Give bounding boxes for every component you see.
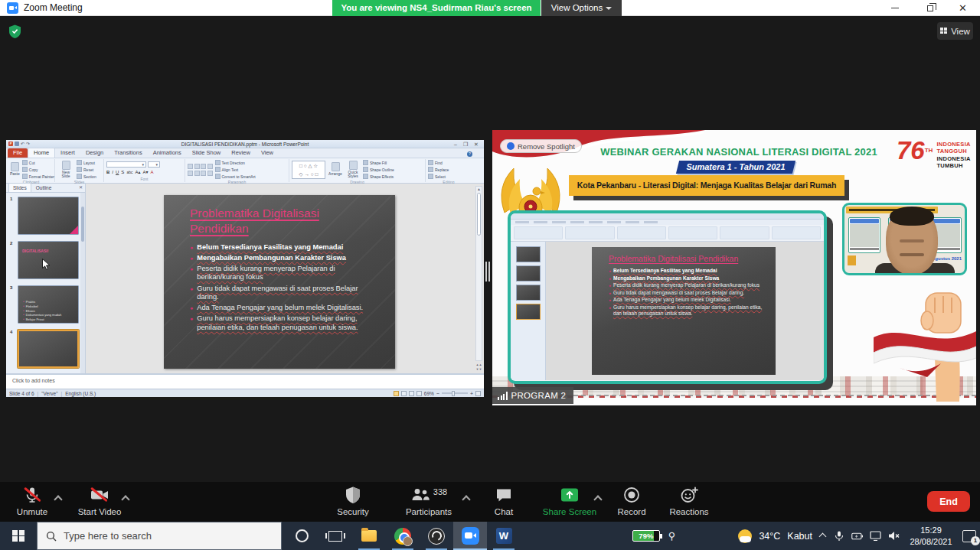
font-size-dropdown[interactable]: ▾ xyxy=(148,161,160,168)
fit-to-window-button[interactable] xyxy=(475,391,481,396)
tray-mic-icon[interactable] xyxy=(833,530,844,542)
battery-indicator[interactable]: 79% xyxy=(632,530,660,542)
normal-view-button[interactable] xyxy=(394,391,399,396)
zoom-out-button[interactable]: − xyxy=(436,391,439,396)
weather-temp[interactable]: 34°C xyxy=(759,531,780,542)
share-screen-button[interactable]: Share Screen xyxy=(535,486,604,516)
view-options-button[interactable]: View Options xyxy=(541,0,622,16)
slide-thumbnail-1[interactable]: 1 xyxy=(10,197,79,235)
ribbon-group-clipboard: Paste Cut Copy Format Painter Clipboard xyxy=(8,159,55,182)
taskbar-word[interactable]: W xyxy=(487,522,521,550)
prev-next-slide-buttons[interactable]: ▲▲▼▼ xyxy=(475,363,482,372)
ribbon-tab[interactable]: Animations xyxy=(148,148,187,158)
slide-title[interactable]: Problematika Digitalisasi Pendidikan xyxy=(190,206,370,236)
new-slide-button[interactable]: New Slide xyxy=(57,161,74,179)
align-text-button[interactable]: Align Text xyxy=(215,167,256,172)
weather-icon[interactable] xyxy=(738,529,752,543)
taskbar-file-explorer[interactable] xyxy=(352,522,386,550)
reading-view-button[interactable] xyxy=(409,391,414,396)
replace-button[interactable]: Replace xyxy=(428,167,449,172)
unmute-options-chevron[interactable] xyxy=(55,495,61,501)
chat-icon xyxy=(495,486,513,504)
taskbar-search[interactable] xyxy=(37,522,282,550)
slide-thumbnail-4-selected[interactable]: 4 xyxy=(10,330,79,368)
tray-network-icon[interactable] xyxy=(870,530,881,542)
list-buttons[interactable] xyxy=(188,164,213,169)
tab-slides[interactable]: Slides xyxy=(8,183,31,192)
taskbar-obs[interactable] xyxy=(420,522,453,550)
copy-button[interactable]: Copy xyxy=(22,167,54,172)
end-meeting-button[interactable]: End xyxy=(927,491,970,512)
restore-button[interactable] xyxy=(913,0,947,16)
shape-effects-button[interactable]: Shape Effects xyxy=(363,174,394,179)
participants-options-chevron[interactable] xyxy=(463,495,469,501)
font-name-dropdown[interactable]: ▾ xyxy=(106,161,146,168)
remove-spotlight-button[interactable]: Remove Spotlight xyxy=(500,139,582,153)
meeting-info-shield-icon[interactable] xyxy=(8,24,21,38)
tray-expand-chevron[interactable] xyxy=(819,532,826,539)
reactions-button[interactable]: Reactions xyxy=(655,486,724,516)
minimize-button[interactable] xyxy=(877,0,912,16)
reset-button[interactable]: Reset xyxy=(77,167,96,172)
shape-fill-button[interactable]: Shape Fill xyxy=(363,160,394,165)
format-painter-button[interactable]: Format Painter xyxy=(22,174,54,179)
windows-logo-icon xyxy=(12,530,24,542)
shape-outline-button[interactable]: Shape Outline xyxy=(363,167,394,172)
ppt-window-controls[interactable]: – ❐ ✕ xyxy=(454,140,481,148)
tab-outline[interactable]: Outline xyxy=(32,184,56,192)
ribbon-tab[interactable]: Transitions xyxy=(109,148,147,158)
zoom-slider[interactable] xyxy=(442,392,468,394)
ribbon-tab[interactable]: Slide Show xyxy=(187,148,227,158)
taskbar-cortana[interactable] xyxy=(285,522,318,550)
action-center-icon[interactable]: 1 xyxy=(962,530,976,542)
shapes-gallery[interactable]: □ ○ △ ☆◇ → ○ □ xyxy=(292,161,325,179)
weather-desc[interactable]: Kabut xyxy=(787,531,812,542)
section-button[interactable]: Section xyxy=(77,174,96,179)
current-slide[interactable]: Problematika Digitalisasi Pendidikan ●Be… xyxy=(164,195,395,369)
taskbar-zoom-active[interactable] xyxy=(453,522,487,550)
ribbon-tab[interactable]: Insert xyxy=(55,148,80,158)
notes-area[interactable]: Click to add notes xyxy=(6,373,484,389)
participants-button[interactable]: 338 Participants xyxy=(394,486,463,516)
font-style-buttons[interactable]: BIUSabcA▴A▾A xyxy=(106,169,160,174)
layout-button[interactable]: Layout xyxy=(77,160,96,165)
ribbon-group-drawing: □ ○ △ ☆◇ → ○ □ Arrange Quick Styles Shap… xyxy=(289,159,426,182)
paste-button[interactable]: Paste xyxy=(10,162,20,177)
ribbon-tab[interactable]: Design xyxy=(80,148,109,158)
select-button[interactable]: Select xyxy=(428,174,449,179)
taskbar-task-view[interactable] xyxy=(318,522,352,550)
slideshow-button[interactable] xyxy=(416,391,422,396)
security-button[interactable]: Security xyxy=(318,486,387,516)
panel-close-icon[interactable]: ✕ xyxy=(79,184,83,192)
chat-button[interactable]: Chat xyxy=(469,486,538,516)
zoom-in-button[interactable]: + xyxy=(470,391,473,396)
help-icon[interactable]: ? xyxy=(467,151,472,157)
meeting-content: View P↶↷ DIGITALISASI PENDIDIKAN.pptm - … xyxy=(0,16,980,482)
ribbon-tab[interactable]: Home xyxy=(28,148,55,158)
text-direction-button[interactable]: Text Direction xyxy=(215,160,256,165)
slide-thumbnail-3[interactable]: 3 PraktisFleksibelEfisienDokumentasi yan… xyxy=(10,285,79,324)
slide-sorter-button[interactable] xyxy=(401,391,407,396)
slide-thumbnail-2[interactable]: 2 DIGITALISASI! xyxy=(10,241,79,279)
smartart-button[interactable]: Convert to SmartArt xyxy=(215,174,256,179)
tray-volume-muted-icon[interactable] xyxy=(888,530,900,542)
panel-scrollbar[interactable] xyxy=(80,193,85,373)
align-buttons[interactable] xyxy=(188,171,213,176)
canvas-scrollbar[interactable]: ▲ xyxy=(475,186,482,361)
screens-divider-handle[interactable] xyxy=(485,262,491,282)
arrange-button[interactable]: Arrange xyxy=(328,162,343,177)
ribbon-tab[interactable]: File xyxy=(8,148,28,158)
quick-styles-button[interactable]: Quick Styles xyxy=(345,161,361,179)
search-input[interactable] xyxy=(64,530,255,542)
ribbon-tab[interactable]: View xyxy=(256,148,279,158)
taskbar-chrome[interactable] xyxy=(386,522,420,550)
taskbar-clock[interactable]: 15:2928/08/2021 xyxy=(906,525,956,547)
tray-battery-icon[interactable] xyxy=(851,530,863,542)
find-button[interactable]: Find xyxy=(428,160,449,165)
close-button[interactable]: ✕ xyxy=(946,0,980,16)
view-layout-button[interactable]: View xyxy=(937,22,973,40)
start-button[interactable] xyxy=(0,522,37,550)
ribbon-tab[interactable]: Review xyxy=(226,148,256,158)
cut-button[interactable]: Cut xyxy=(22,160,54,165)
video-options-chevron[interactable] xyxy=(122,495,129,501)
